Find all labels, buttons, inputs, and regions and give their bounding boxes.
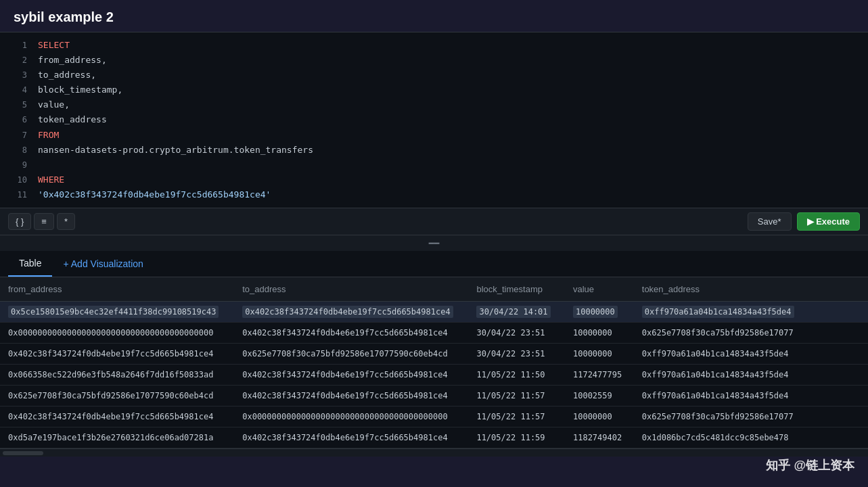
cell-block_timestamp[interactable]: 30/04/22 14:01 xyxy=(468,302,565,323)
table-row: 0x066358ec522d96e3fb548a2646f7dd16f50833… xyxy=(0,365,868,386)
cell-to_address[interactable]: 0x402c38f343724f0db4e6e19f7cc5d665b4981c… xyxy=(234,427,468,448)
code-line-4: 4 block_timestamp, xyxy=(0,83,868,97)
cell-from_address[interactable]: 0x402c38f343724f0db4ebe19f7cc5d665b4981c… xyxy=(0,344,234,365)
code-editor: 1 SELECT 2 from_address, 3 to_address, 4… xyxy=(0,32,868,208)
cell-block_timestamp[interactable]: 11/05/22 11:57 xyxy=(468,407,565,427)
scrollbar-thumb[interactable] xyxy=(3,451,43,455)
table-row: 0x625e7708f30ca75bfd92586e17077590c60eb4… xyxy=(0,386,868,407)
cell-token_address[interactable]: 0xff970a61a04b1ca14834a43f5de4 xyxy=(634,365,868,386)
cell-to_address[interactable]: 0x402c38f343724f0db4e6e19f7cc5d665b4981c… xyxy=(234,323,468,344)
cell-token_address[interactable]: 0xff970a61a04b1ca14834a43f5de4 xyxy=(634,344,868,365)
cell-value[interactable]: 10000000 xyxy=(565,407,634,427)
cell-from_address[interactable]: 0x625e7708f30ca75bfd92586e17077590c60eb4… xyxy=(0,386,234,407)
table-row: 0xd5a7e197bace1f3b26e2760321d6ce06ad0728… xyxy=(0,427,868,448)
cell-to_address[interactable]: 0x402c38f343724f0db4ebe19f7cc5d665b4981c… xyxy=(234,302,468,323)
col-header-value: value xyxy=(565,277,634,302)
cell-token_address[interactable]: 0x625e7708f30ca75bfd92586e17077 xyxy=(634,323,868,344)
cell-from_address[interactable]: 0x402c38f343724f0db4ebe19f7cc5d665b4981c… xyxy=(0,407,234,427)
cell-value[interactable]: 10000000 xyxy=(565,302,634,323)
horizontal-scrollbar[interactable] xyxy=(0,448,868,457)
code-line-3: 3 to_address, xyxy=(0,68,868,83)
cell-to_address[interactable]: 0x402c38f343724f0db4e6e19f7cc5d665b4981c… xyxy=(234,386,468,407)
cell-block_timestamp[interactable]: 11/05/22 11:59 xyxy=(468,427,565,448)
table-row: 0x402c38f343724f0db4ebe19f7cc5d665b4981c… xyxy=(0,407,868,427)
cell-token_address[interactable]: 0xff970a61a04b1ca14834a43f5de4 xyxy=(634,386,868,407)
col-header-block-timestamp: block_timestamp xyxy=(468,277,565,302)
col-header-token-address: token_address xyxy=(634,277,868,302)
toolbar-right: Save* ▶ Execute xyxy=(748,212,860,231)
page-title: sybil example 2 xyxy=(14,9,114,24)
toolbar-left: { } ≡ * xyxy=(8,213,75,230)
table-row: 0x402c38f343724f0db4ebe19f7cc5d665b4981c… xyxy=(0,344,868,365)
save-button[interactable]: Save* xyxy=(748,212,792,231)
cell-token_address[interactable]: 0x1d086bc7cd5c481dcc9c85ebe478 xyxy=(634,427,868,448)
results-table: from_address to_address block_timestamp … xyxy=(0,277,868,448)
drag-handle[interactable]: ━━ xyxy=(0,235,868,251)
code-line-7: 7 FROM xyxy=(0,128,868,143)
cell-to_address[interactable]: 0x00000000000000000000000000000000000000… xyxy=(234,407,468,427)
header: sybil example 2 xyxy=(0,0,868,32)
code-line-11: 11 '0x402c38f343724f0db4ebe19f7cc5d665b4… xyxy=(0,187,868,202)
cell-block_timestamp[interactable]: 11/05/22 11:50 xyxy=(468,365,565,386)
ast-format-button[interactable]: * xyxy=(57,213,75,230)
table-row: 0x00000000000000000000000000000000000000… xyxy=(0,323,868,344)
code-line-10: 10 WHERE xyxy=(0,172,868,187)
cell-value[interactable]: 10000000 xyxy=(565,323,634,344)
col-header-from-address: from_address xyxy=(0,277,234,302)
cell-value[interactable]: 10002559 xyxy=(565,386,634,407)
results-table-container[interactable]: from_address to_address block_timestamp … xyxy=(0,277,868,448)
cell-from_address[interactable]: 0x00000000000000000000000000000000000000… xyxy=(0,323,234,344)
cell-from_address[interactable]: 0x066358ec522d96e3fb548a2646f7dd16f50833… xyxy=(0,365,234,386)
code-line-9: 9 xyxy=(0,158,868,172)
cell-block_timestamp[interactable]: 11/05/22 11:57 xyxy=(468,386,565,407)
code-line-6: 6 token_address xyxy=(0,112,868,127)
table-row: 0x5ce158015e9bc4ec32ef4411f38dc99108519c… xyxy=(0,302,868,323)
add-visualization-button[interactable]: + Add Visualization xyxy=(52,252,154,276)
col-header-to-address: to_address xyxy=(234,277,468,302)
cell-block_timestamp[interactable]: 30/04/22 23:51 xyxy=(468,323,565,344)
execute-button[interactable]: ▶ Execute xyxy=(797,212,860,231)
cell-from_address[interactable]: 0x5ce158015e9bc4ec32ef4411f38dc99108519c… xyxy=(0,302,234,323)
watermark: 知乎 @链上资本 xyxy=(766,457,854,473)
code-line-5: 5 value, xyxy=(0,97,868,112)
cell-token_address[interactable]: 0xff970a61a04b1ca14834a43f5de4 xyxy=(634,302,868,323)
cell-token_address[interactable]: 0x625e7708f30ca75bfd92586e17077 xyxy=(634,407,868,427)
toolbar: { } ≡ * Save* ▶ Execute xyxy=(0,208,868,235)
tab-table[interactable]: Table xyxy=(8,251,52,277)
code-line-2: 2 from_address, xyxy=(0,53,868,68)
code-line-8: 8 nansen-datasets-prod.crypto_arbitrum.t… xyxy=(0,143,868,158)
cell-value[interactable]: 1182749402 xyxy=(565,427,634,448)
json-format-button[interactable]: { } xyxy=(8,213,31,230)
cell-to_address[interactable]: 0x625e7708f30ca75bfd92586e17077590c60eb4… xyxy=(234,344,468,365)
cell-to_address[interactable]: 0x402c38f343724f0db4e6e19f7cc5d665b4981c… xyxy=(234,365,468,386)
cell-block_timestamp[interactable]: 30/04/22 23:51 xyxy=(468,344,565,365)
cell-from_address[interactable]: 0xd5a7e197bace1f3b26e2760321d6ce06ad0728… xyxy=(0,427,234,448)
table-header-row: from_address to_address block_timestamp … xyxy=(0,277,868,302)
code-line-1: 1 SELECT xyxy=(0,38,868,53)
tabs-bar: Table + Add Visualization xyxy=(0,251,868,277)
list-format-button[interactable]: ≡ xyxy=(34,213,54,230)
results-area: Table + Add Visualization from_address t… xyxy=(0,251,868,457)
cell-value[interactable]: 10000000 xyxy=(565,344,634,365)
cell-value[interactable]: 1172477795 xyxy=(565,365,634,386)
